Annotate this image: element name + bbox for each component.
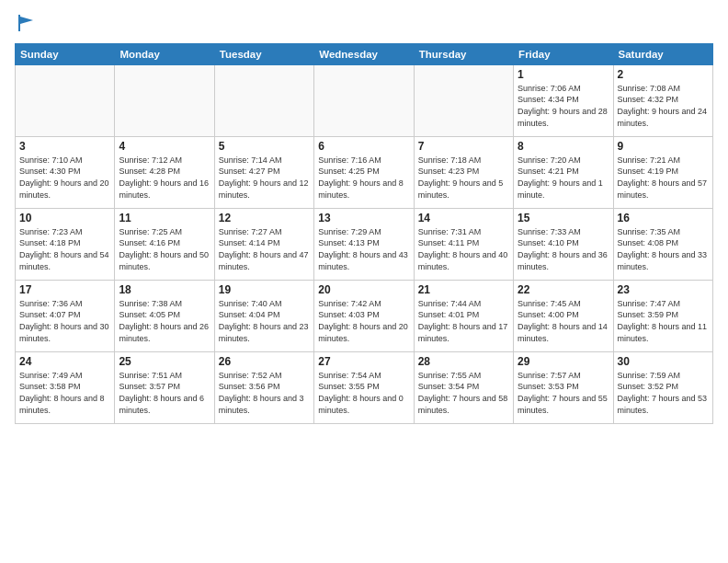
calendar-cell: 2Sunrise: 7:08 AM Sunset: 4:32 PM Daylig… — [613, 64, 712, 136]
day-info: Sunrise: 7:38 AM Sunset: 4:05 PM Dayligh… — [119, 298, 210, 344]
day-info: Sunrise: 7:08 AM Sunset: 4:32 PM Dayligh… — [618, 83, 709, 129]
day-number: 12 — [219, 212, 310, 224]
day-number: 26 — [219, 355, 310, 368]
day-number: 7 — [418, 140, 509, 153]
calendar-cell — [115, 64, 214, 136]
week-row-5: 24Sunrise: 7:49 AM Sunset: 3:58 PM Dayli… — [16, 351, 713, 423]
day-number: 18 — [119, 283, 210, 296]
calendar-header-row: SundayMondayTuesdayWednesdayThursdayFrid… — [16, 43, 713, 64]
day-number: 16 — [618, 212, 709, 224]
day-info: Sunrise: 7:14 AM Sunset: 4:27 PM Dayligh… — [219, 155, 310, 201]
day-info: Sunrise: 7:33 AM Sunset: 4:10 PM Dayligh… — [518, 226, 609, 272]
weekday-header-tuesday: Tuesday — [214, 43, 313, 64]
calendar-cell: 8Sunrise: 7:20 AM Sunset: 4:21 PM Daylig… — [514, 136, 613, 208]
calendar-cell: 25Sunrise: 7:51 AM Sunset: 3:57 PM Dayli… — [115, 351, 214, 423]
calendar-cell: 6Sunrise: 7:16 AM Sunset: 4:25 PM Daylig… — [314, 136, 414, 208]
day-number: 9 — [618, 140, 709, 153]
day-number: 17 — [19, 283, 110, 296]
day-info: Sunrise: 7:40 AM Sunset: 4:04 PM Dayligh… — [219, 298, 310, 344]
day-info: Sunrise: 7:49 AM Sunset: 3:58 PM Dayligh… — [19, 370, 110, 416]
day-number: 4 — [119, 140, 210, 153]
day-number: 14 — [418, 212, 509, 224]
calendar-cell: 4Sunrise: 7:12 AM Sunset: 4:28 PM Daylig… — [115, 136, 214, 208]
day-info: Sunrise: 7:23 AM Sunset: 4:18 PM Dayligh… — [19, 226, 110, 272]
logo-flag-icon — [17, 13, 37, 33]
calendar-cell: 11Sunrise: 7:25 AM Sunset: 4:16 PM Dayli… — [115, 208, 214, 280]
day-info: Sunrise: 7:06 AM Sunset: 4:34 PM Dayligh… — [518, 83, 609, 129]
day-number: 20 — [318, 283, 409, 296]
day-info: Sunrise: 7:59 AM Sunset: 3:52 PM Dayligh… — [618, 370, 709, 416]
day-info: Sunrise: 7:21 AM Sunset: 4:19 PM Dayligh… — [618, 155, 709, 201]
logo — [15, 13, 37, 38]
calendar-cell — [314, 64, 414, 136]
day-info: Sunrise: 7:18 AM Sunset: 4:23 PM Dayligh… — [418, 155, 509, 201]
day-info: Sunrise: 7:51 AM Sunset: 3:57 PM Dayligh… — [119, 370, 210, 416]
day-number: 23 — [618, 283, 709, 296]
day-number: 22 — [518, 283, 609, 296]
calendar-cell: 16Sunrise: 7:35 AM Sunset: 4:08 PM Dayli… — [613, 208, 712, 280]
day-number: 28 — [418, 355, 509, 368]
calendar-cell: 5Sunrise: 7:14 AM Sunset: 4:27 PM Daylig… — [214, 136, 313, 208]
day-number: 10 — [19, 212, 110, 224]
day-info: Sunrise: 7:54 AM Sunset: 3:55 PM Dayligh… — [318, 370, 409, 416]
day-number: 29 — [518, 355, 609, 368]
day-number: 11 — [119, 212, 210, 224]
calendar-cell: 1Sunrise: 7:06 AM Sunset: 4:34 PM Daylig… — [514, 64, 613, 136]
day-info: Sunrise: 7:10 AM Sunset: 4:30 PM Dayligh… — [19, 155, 110, 201]
calendar-cell: 22Sunrise: 7:45 AM Sunset: 4:00 PM Dayli… — [514, 280, 613, 351]
page: SundayMondayTuesdayWednesdayThursdayFrid… — [0, 0, 728, 563]
calendar-cell: 13Sunrise: 7:29 AM Sunset: 4:13 PM Dayli… — [314, 208, 414, 280]
calendar-cell: 21Sunrise: 7:44 AM Sunset: 4:01 PM Dayli… — [414, 280, 513, 351]
calendar-cell: 3Sunrise: 7:10 AM Sunset: 4:30 PM Daylig… — [16, 136, 115, 208]
day-info: Sunrise: 7:25 AM Sunset: 4:16 PM Dayligh… — [119, 226, 210, 272]
calendar-cell: 7Sunrise: 7:18 AM Sunset: 4:23 PM Daylig… — [414, 136, 513, 208]
calendar-cell: 30Sunrise: 7:59 AM Sunset: 3:52 PM Dayli… — [613, 351, 712, 423]
day-number: 1 — [518, 68, 609, 81]
day-info: Sunrise: 7:31 AM Sunset: 4:11 PM Dayligh… — [418, 226, 509, 272]
calendar-cell — [214, 64, 313, 136]
calendar-cell: 9Sunrise: 7:21 AM Sunset: 4:19 PM Daylig… — [613, 136, 712, 208]
day-number: 5 — [219, 140, 310, 153]
weekday-header-saturday: Saturday — [613, 43, 712, 64]
day-info: Sunrise: 7:35 AM Sunset: 4:08 PM Dayligh… — [618, 226, 709, 272]
day-info: Sunrise: 7:20 AM Sunset: 4:21 PM Dayligh… — [518, 155, 609, 201]
calendar-cell: 15Sunrise: 7:33 AM Sunset: 4:10 PM Dayli… — [514, 208, 613, 280]
day-info: Sunrise: 7:52 AM Sunset: 3:56 PM Dayligh… — [219, 370, 310, 416]
calendar-cell: 14Sunrise: 7:31 AM Sunset: 4:11 PM Dayli… — [414, 208, 513, 280]
calendar-cell: 27Sunrise: 7:54 AM Sunset: 3:55 PM Dayli… — [314, 351, 414, 423]
calendar-cell: 20Sunrise: 7:42 AM Sunset: 4:03 PM Dayli… — [314, 280, 414, 351]
weekday-header-friday: Friday — [514, 43, 613, 64]
day-info: Sunrise: 7:16 AM Sunset: 4:25 PM Dayligh… — [318, 155, 409, 201]
day-info: Sunrise: 7:47 AM Sunset: 3:59 PM Dayligh… — [618, 298, 709, 344]
day-number: 13 — [318, 212, 409, 224]
day-info: Sunrise: 7:55 AM Sunset: 3:54 PM Dayligh… — [418, 370, 509, 416]
day-number: 30 — [618, 355, 709, 368]
day-number: 2 — [618, 68, 709, 81]
day-number: 15 — [518, 212, 609, 224]
day-info: Sunrise: 7:44 AM Sunset: 4:01 PM Dayligh… — [418, 298, 509, 344]
calendar-cell: 18Sunrise: 7:38 AM Sunset: 4:05 PM Dayli… — [115, 280, 214, 351]
day-info: Sunrise: 7:27 AM Sunset: 4:14 PM Dayligh… — [219, 226, 310, 272]
day-number: 8 — [518, 140, 609, 153]
calendar-cell: 26Sunrise: 7:52 AM Sunset: 3:56 PM Dayli… — [214, 351, 313, 423]
calendar-cell: 28Sunrise: 7:55 AM Sunset: 3:54 PM Dayli… — [414, 351, 513, 423]
calendar-cell — [16, 64, 115, 136]
day-number: 3 — [19, 140, 110, 153]
day-info: Sunrise: 7:42 AM Sunset: 4:03 PM Dayligh… — [318, 298, 409, 344]
calendar-cell: 23Sunrise: 7:47 AM Sunset: 3:59 PM Dayli… — [613, 280, 712, 351]
calendar-cell: 10Sunrise: 7:23 AM Sunset: 4:18 PM Dayli… — [16, 208, 115, 280]
calendar-cell: 12Sunrise: 7:27 AM Sunset: 4:14 PM Dayli… — [214, 208, 313, 280]
day-info: Sunrise: 7:57 AM Sunset: 3:53 PM Dayligh… — [518, 370, 609, 416]
weekday-header-sunday: Sunday — [16, 43, 115, 64]
calendar-table: SundayMondayTuesdayWednesdayThursdayFrid… — [15, 43, 713, 424]
weekday-header-thursday: Thursday — [414, 43, 513, 64]
week-row-2: 3Sunrise: 7:10 AM Sunset: 4:30 PM Daylig… — [16, 136, 713, 208]
calendar-cell: 17Sunrise: 7:36 AM Sunset: 4:07 PM Dayli… — [16, 280, 115, 351]
day-info: Sunrise: 7:29 AM Sunset: 4:13 PM Dayligh… — [318, 226, 409, 272]
day-number: 27 — [318, 355, 409, 368]
calendar-cell: 29Sunrise: 7:57 AM Sunset: 3:53 PM Dayli… — [514, 351, 613, 423]
weekday-header-wednesday: Wednesday — [314, 43, 414, 64]
week-row-3: 10Sunrise: 7:23 AM Sunset: 4:18 PM Dayli… — [16, 208, 713, 280]
calendar-cell: 19Sunrise: 7:40 AM Sunset: 4:04 PM Dayli… — [214, 280, 313, 351]
header — [15, 9, 713, 38]
